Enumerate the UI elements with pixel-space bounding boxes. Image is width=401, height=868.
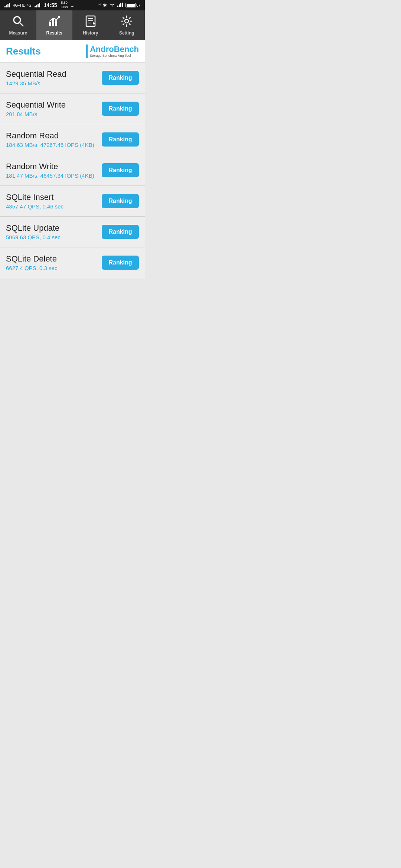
bluetooth-icon: ✱ — [103, 3, 107, 8]
result-row: Random Read 184.63 MB/s, 47267.45 IOPS (… — [0, 124, 145, 155]
ellipsis: ... — [71, 3, 75, 8]
page-title: Results — [6, 46, 41, 57]
result-name-2: Random Read — [6, 131, 102, 141]
measure-icon — [12, 15, 24, 29]
svg-point-14 — [125, 19, 128, 23]
logo-subtitle: Storage Benchmarking Tool — [90, 54, 139, 57]
svg-rect-2 — [120, 3, 121, 7]
tab-history[interactable]: History — [72, 10, 109, 40]
nfc-icon: ᴺ — [98, 3, 101, 8]
signal-bars-1 — [4, 3, 10, 7]
result-name-6: SQLite Delete — [6, 254, 102, 264]
result-name-5: SQLite Update — [6, 223, 102, 233]
svg-line-5 — [20, 23, 23, 26]
logo-text-block: AndroBench Storage Benchmarking Tool — [90, 45, 139, 57]
setting-icon — [121, 15, 133, 29]
logo-bar — [86, 45, 88, 58]
carrier-label: 4G+HD 4G — [13, 3, 32, 7]
svg-rect-0 — [117, 6, 118, 7]
tab-setting-label: Setting — [119, 30, 134, 36]
ranking-button-5[interactable]: Ranking — [102, 225, 139, 239]
result-value-1: 201.84 MB/s — [6, 111, 102, 117]
result-info-3: Random Write 181.47 MB/s, 46457.34 IOPS … — [6, 162, 102, 179]
result-info-5: SQLite Update 5069.63 QPS, 0.4 sec — [6, 223, 102, 240]
ranking-button-6[interactable]: Ranking — [102, 256, 139, 270]
result-info-1: Sequential Write 201.84 MB/s — [6, 100, 102, 117]
status-time: 14:55 — [44, 2, 57, 8]
result-info-4: SQLite Insert 4357.47 QPS, 0.46 sec — [6, 193, 102, 210]
wifi-icon — [109, 2, 115, 8]
result-info-6: SQLite Delete 6627.4 QPS, 0.3 sec — [6, 254, 102, 271]
ranking-button-4[interactable]: Ranking — [102, 194, 139, 208]
tab-measure[interactable]: Measure — [0, 10, 36, 40]
svg-rect-7 — [52, 19, 54, 26]
logo-name-bench: Bench — [114, 45, 139, 54]
tab-history-label: History — [83, 30, 98, 36]
result-row: SQLite Insert 4357.47 QPS, 0.46 sec Rank… — [0, 186, 145, 217]
result-value-3: 181.47 MB/s, 46457.34 IOPS (4KB) — [6, 172, 102, 179]
battery-level: 87 — [127, 4, 135, 7]
result-name-0: Sequential Read — [6, 69, 102, 79]
svg-rect-1 — [119, 4, 120, 7]
status-right: ᴺ ✱ 87 87 — [98, 2, 140, 8]
logo-name: AndroBench — [90, 45, 139, 53]
signal-bars-2 — [35, 3, 40, 7]
tab-results[interactable]: Results — [36, 10, 73, 40]
result-row: SQLite Update 5069.63 QPS, 0.4 sec Ranki… — [0, 217, 145, 247]
result-info-2: Random Read 184.63 MB/s, 47267.45 IOPS (… — [6, 131, 102, 148]
androbench-logo: AndroBench Storage Benchmarking Tool — [86, 45, 139, 58]
history-icon — [85, 15, 97, 29]
svg-rect-6 — [49, 22, 51, 26]
result-name-3: Random Write — [6, 162, 102, 171]
status-bar: 4G+HD 4G 14:55 5.80 KB/s ... ᴺ ✱ — [0, 0, 145, 10]
result-row: Sequential Write 201.84 MB/s Ranking — [0, 93, 145, 124]
svg-rect-8 — [55, 20, 57, 26]
result-row: SQLite Delete 6627.4 QPS, 0.3 sec Rankin… — [0, 247, 145, 278]
ranking-button-1[interactable]: Ranking — [102, 102, 139, 116]
result-row: Sequential Read 1429.35 MB/s Ranking — [0, 63, 145, 93]
result-value-0: 1429.35 MB/s — [6, 80, 102, 86]
result-row: Random Write 181.47 MB/s, 46457.34 IOPS … — [0, 155, 145, 186]
result-value-5: 5069.63 QPS, 0.4 sec — [6, 234, 102, 240]
result-value-4: 4357.47 QPS, 0.46 sec — [6, 203, 102, 210]
tab-results-label: Results — [46, 30, 62, 36]
results-list: Sequential Read 1429.35 MB/s Ranking Seq… — [0, 63, 145, 278]
status-left: 4G+HD 4G 14:55 5.80 KB/s ... — [4, 1, 75, 9]
results-header: Results AndroBench Storage Benchmarking … — [0, 40, 145, 63]
tab-setting[interactable]: Setting — [109, 10, 145, 40]
results-icon — [48, 15, 60, 29]
result-name-1: Sequential Write — [6, 100, 102, 110]
logo-name-andro: Andro — [90, 45, 114, 54]
network-speed: 5.80 KB/s — [61, 1, 68, 9]
nav-tabs: Measure Results History — [0, 10, 145, 40]
ranking-button-0[interactable]: Ranking — [102, 71, 139, 85]
result-value-6: 6627.4 QPS, 0.3 sec — [6, 265, 102, 271]
battery-level-text: 87 — [136, 3, 140, 7]
svg-rect-3 — [122, 3, 123, 7]
ranking-button-3[interactable]: Ranking — [102, 163, 139, 177]
result-value-2: 184.63 MB/s, 47267.45 IOPS (4KB) — [6, 142, 102, 148]
result-name-4: SQLite Insert — [6, 193, 102, 202]
tab-measure-label: Measure — [9, 30, 27, 36]
lte-signal-icon — [117, 3, 123, 8]
battery-icon: 87 87 — [125, 3, 140, 7]
ranking-button-2[interactable]: Ranking — [102, 132, 139, 147]
result-info-0: Sequential Read 1429.35 MB/s — [6, 69, 102, 86]
